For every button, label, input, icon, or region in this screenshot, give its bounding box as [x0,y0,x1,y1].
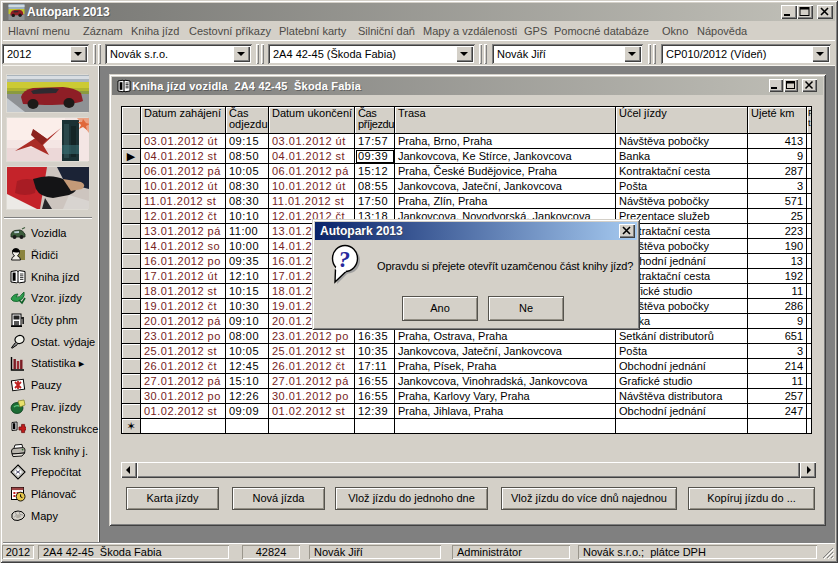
svg-text:?: ? [339,247,351,272]
